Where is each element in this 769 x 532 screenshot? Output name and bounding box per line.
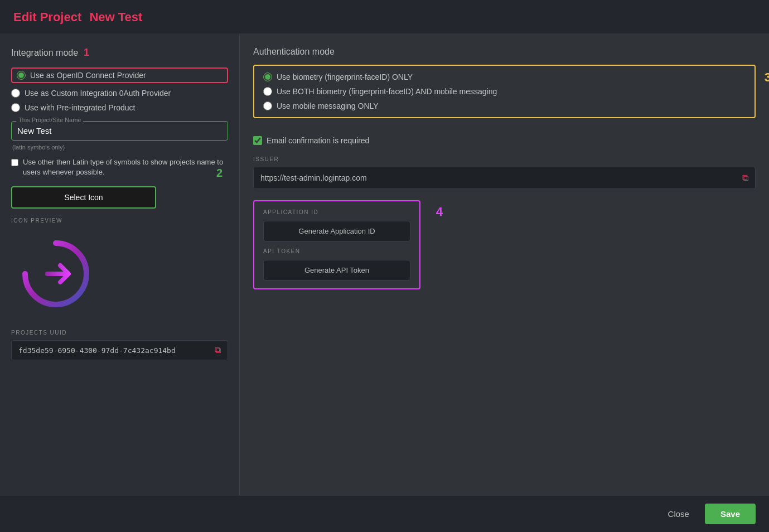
project-site-name-label: This Project/Site Name [16,117,83,123]
radio-openid-input[interactable] [17,71,26,80]
latin-checkbox[interactable] [11,158,18,167]
app-id-label: APPLICATION ID [263,209,410,215]
project-site-name-input[interactable] [16,124,223,138]
radio-custom-input[interactable] [11,89,20,98]
auth-radio-biometry[interactable]: Use biometry (fingerprint-faceID) ONLY [263,72,746,81]
radio-custom[interactable]: Use as Custom Integration 0Auth Provider [11,89,228,98]
right-panel: Authentication mode Use biometry (finger… [240,33,769,496]
radio-openid-label: Use as OpenID Connect Provider [30,71,146,80]
auth-radio-group: Use biometry (fingerprint-faceID) ONLY U… [253,65,756,118]
auth-radio-biometry-input[interactable] [263,72,272,81]
auth-radio-mobile-label: Use mobile messaging ONLY [277,101,379,110]
generate-app-id-button[interactable]: Generate Application ID [263,221,410,241]
latin-checkbox-row: Use other then Latin type of symbols to … [11,157,228,177]
icon-preview-svg [17,235,95,313]
uuid-value: fd35de59-6950-4300-97dd-7c432ac914bd [18,346,210,355]
email-confirm-row: Email confirmation is required [253,136,756,145]
radio-openid[interactable]: Use as OpenID Connect Provider [11,67,228,83]
email-confirm-label: Email confirmation is required [267,136,369,145]
uuid-label: PROJECTS UUID [11,330,228,336]
auth-radio-both[interactable]: Use BOTH biometry (fingerprint-faceID) A… [263,87,746,96]
generate-api-token-button[interactable]: Generate API Token [263,260,410,280]
title-dynamic: New Test [89,10,142,24]
hint-text: (latin symbols only) [12,144,228,151]
auth-radio-mobile-input[interactable] [263,101,272,110]
issuer-copy-icon[interactable]: ⧉ [742,173,748,183]
uuid-copy-icon[interactable]: ⧉ [215,345,221,355]
issuer-row: https://test-admin.logintap.com ⧉ [253,167,756,189]
integration-mode-label: Integration mode [11,48,78,58]
api-token-label: API TOKEN [263,248,410,254]
page-header: Edit Project New Test [0,0,769,33]
step3-badge: 3 [765,70,769,85]
title-static: Edit Project [13,10,81,24]
radio-preintegrated-input[interactable] [11,103,20,112]
radio-custom-label: Use as Custom Integration 0Auth Provider [25,89,171,98]
integration-mode-title: Integration mode 1 [11,47,228,59]
auth-radio-biometry-label: Use biometry (fingerprint-faceID) ONLY [277,72,413,81]
save-button[interactable]: Save [705,504,756,524]
select-icon-button[interactable]: Select Icon [11,186,156,209]
issuer-label: ISSUER [253,156,756,162]
left-panel: Integration mode 1 Use as OpenID Connect… [0,33,240,496]
email-confirm-checkbox[interactable] [253,136,262,145]
radio-preintegrated[interactable]: Use with Pre-integrated Product [11,103,228,112]
close-button[interactable]: Close [659,505,698,523]
footer: Close Save [0,496,769,532]
app-api-box: APPLICATION ID Generate Application ID A… [253,200,420,289]
icon-preview-label: ICON PREVIEW [11,217,228,224]
auth-radio-mobile[interactable]: Use mobile messaging ONLY [263,101,746,110]
issuer-value: https://test-admin.logintap.com [260,173,738,182]
latin-checkbox-label: Use other then Latin type of symbols to … [23,157,228,177]
page-title: Edit Project New Test [13,10,142,24]
uuid-row: fd35de59-6950-4300-97dd-7c432ac914bd ⧉ [11,340,228,360]
step2-badge: 2 [216,167,223,180]
project-site-name-field[interactable]: This Project/Site Name [11,121,228,141]
icon-preview-area [11,229,100,318]
integration-radio-group: Use as OpenID Connect Provider Use as Cu… [11,67,228,112]
auth-radio-both-input[interactable] [263,87,272,96]
auth-radio-both-label: Use BOTH biometry (fingerprint-faceID) A… [277,87,497,96]
step4-badge: 4 [436,205,443,219]
radio-preintegrated-label: Use with Pre-integrated Product [25,103,135,112]
step1-badge: 1 [84,47,89,59]
auth-section-title: Authentication mode [253,47,756,57]
